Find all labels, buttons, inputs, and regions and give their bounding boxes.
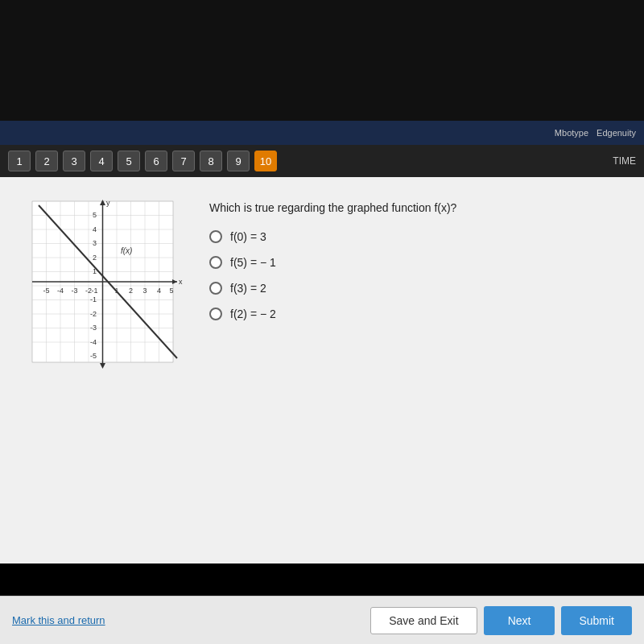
svg-text:y: y — [106, 199, 110, 207]
svg-text:-3: -3 — [71, 287, 77, 295]
graph-container: -5 -4 -3 -2 -1 1 2 3 4 5 x 5 4 3 2 1 -1 … — [16, 193, 193, 398]
svg-text:4: 4 — [93, 225, 97, 233]
mbtype-text: Mbotype — [555, 128, 588, 138]
option-label-c: f(3) = 2 — [230, 282, 266, 295]
option-row-d[interactable]: f(2) = − 2 — [209, 308, 628, 320]
graph-svg: -5 -4 -3 -2 -1 1 2 3 4 5 x 5 4 3 2 1 -1 … — [16, 193, 185, 394]
option-label-d: f(2) = − 2 — [230, 308, 276, 320]
svg-text:-4: -4 — [57, 287, 64, 295]
svg-text:3: 3 — [142, 287, 147, 295]
option-label-b: f(5) = − 1 — [230, 256, 276, 269]
radio-d[interactable] — [209, 308, 222, 320]
svg-marker-24 — [100, 363, 105, 369]
nav-num-1[interactable]: 1 — [8, 151, 31, 171]
edgenu-text: Edgenuity — [597, 128, 636, 138]
bottom-bar: Mark this and return Save and Exit Next … — [0, 596, 644, 644]
svg-marker-22 — [172, 279, 177, 284]
svg-text:-1: -1 — [91, 287, 97, 295]
nav-num-5[interactable]: 5 — [118, 151, 140, 171]
option-row-a[interactable]: f(0) = 3 — [209, 230, 628, 243]
svg-text:-5: -5 — [43, 287, 49, 295]
svg-text:x: x — [179, 278, 183, 286]
radio-a[interactable] — [209, 230, 222, 243]
svg-text:5: 5 — [169, 287, 173, 295]
svg-text:2: 2 — [93, 254, 97, 262]
option-row-c[interactable]: f(3) = 2 — [209, 282, 628, 295]
option-row-b[interactable]: f(5) = − 1 — [209, 256, 628, 269]
nav-num-9[interactable]: 9 — [227, 151, 250, 171]
nav-num-6[interactable]: 6 — [145, 151, 167, 171]
svg-text:4: 4 — [157, 287, 161, 295]
save-exit-button[interactable]: Save and Exit — [370, 607, 477, 634]
svg-text:-1: -1 — [90, 295, 97, 303]
nav-bar: 1 2 3 4 5 6 7 8 9 10 TIME — [0, 145, 644, 177]
nav-num-3[interactable]: 3 — [63, 151, 85, 171]
radio-c[interactable] — [209, 282, 222, 295]
next-button[interactable]: Next — [484, 606, 555, 635]
svg-text:f(x): f(x) — [121, 246, 132, 255]
nav-num-10[interactable]: 10 — [254, 151, 277, 171]
svg-text:3: 3 — [93, 239, 97, 247]
mark-return-link[interactable]: Mark this and return — [12, 614, 105, 626]
svg-text:2: 2 — [129, 287, 133, 295]
time-label: TIME — [613, 155, 636, 167]
nav-num-7[interactable]: 7 — [172, 151, 195, 171]
top-bar — [0, 0, 644, 129]
radio-b[interactable] — [209, 256, 222, 269]
svg-text:-5: -5 — [90, 352, 97, 360]
svg-text:5: 5 — [93, 211, 97, 219]
question-area: Which is true regarding the graphed func… — [209, 193, 628, 333]
question-text: Which is true regarding the graphed func… — [209, 201, 628, 214]
svg-text:-3: -3 — [90, 324, 97, 332]
nav-num-8[interactable]: 8 — [200, 151, 222, 171]
option-label-a: f(0) = 3 — [230, 230, 266, 243]
browser-bar: Mbotype Edgenuity — [0, 121, 644, 145]
submit-button[interactable]: Submit — [561, 606, 632, 635]
main-content: -5 -4 -3 -2 -1 1 2 3 4 5 x 5 4 3 2 1 -1 … — [0, 177, 644, 564]
nav-num-4[interactable]: 4 — [90, 151, 113, 171]
svg-text:-4: -4 — [90, 338, 97, 346]
svg-text:-2: -2 — [90, 310, 97, 318]
nav-num-2[interactable]: 2 — [35, 151, 58, 171]
